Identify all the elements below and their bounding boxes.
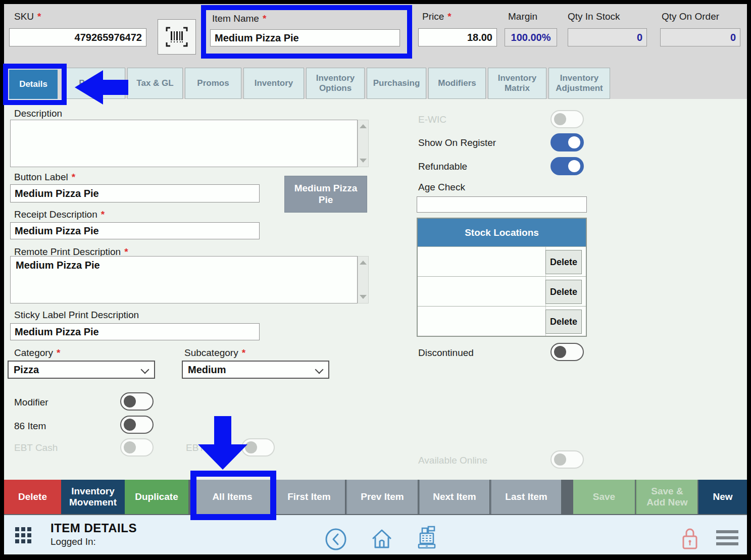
first-item-button[interactable]: First Item bbox=[272, 480, 345, 514]
save-button: Save bbox=[573, 480, 635, 514]
modifier-toggle[interactable] bbox=[120, 392, 154, 411]
86-item-label: 86 Item bbox=[14, 421, 46, 432]
item-details-screen: SKU* Item Name* Price* bbox=[0, 0, 751, 560]
e-wic-label: E-WIC bbox=[418, 114, 446, 125]
tab-details[interactable]: Details bbox=[9, 70, 58, 99]
stock-location-row: Delete bbox=[418, 306, 586, 336]
required-asterisk: * bbox=[57, 347, 60, 358]
stock-location-row: Delete bbox=[418, 246, 586, 276]
required-asterisk: * bbox=[72, 172, 75, 182]
tab-tax-gl[interactable]: Tax & GL bbox=[127, 68, 183, 99]
e-wic-toggle bbox=[550, 110, 584, 128]
required-asterisk: * bbox=[242, 347, 245, 358]
tab-pricing[interactable]: Pricing bbox=[62, 68, 125, 99]
sticky-label-print-description-input[interactable] bbox=[10, 323, 260, 340]
discontinued-toggle[interactable] bbox=[550, 343, 584, 361]
stock-location-cell[interactable] bbox=[418, 277, 546, 306]
description-scrollbar[interactable] bbox=[358, 120, 369, 167]
margin-label: Margin bbox=[508, 11, 537, 22]
ebt-food-label: EBT Food bbox=[186, 442, 229, 453]
receipt-description-input[interactable] bbox=[10, 222, 260, 239]
delete-stock-location-button[interactable]: Delete bbox=[545, 280, 582, 304]
chevron-down-icon bbox=[141, 366, 149, 374]
stock-locations-header: Stock Locations bbox=[418, 219, 586, 246]
inventory-movement-button[interactable]: Inventory Movement bbox=[61, 480, 125, 514]
duplicate-button[interactable]: Duplicate bbox=[125, 480, 188, 514]
available-online-label: Available Online bbox=[418, 455, 487, 466]
subcategory-label: Subcategory* bbox=[184, 347, 245, 359]
button-label-label: Button Label* bbox=[14, 172, 75, 183]
scroll-down-icon[interactable] bbox=[360, 295, 367, 299]
lock-icon bbox=[681, 527, 699, 550]
cash-register-icon bbox=[416, 525, 441, 550]
tab-modifiers[interactable]: Modifiers bbox=[428, 68, 486, 99]
qty-on-order-value: 0 bbox=[660, 28, 740, 46]
sticky-label-print-description-label: Sticky Label Print Description bbox=[14, 310, 139, 321]
apps-grid-icon[interactable] bbox=[15, 527, 32, 544]
prev-item-button[interactable]: Prev Item bbox=[346, 480, 418, 514]
remote-print-description-textarea[interactable]: Medium Pizza Pie bbox=[10, 256, 358, 303]
qty-in-stock-value: 0 bbox=[568, 28, 647, 46]
stock-location-cell[interactable] bbox=[418, 247, 546, 276]
description-label: Description bbox=[14, 108, 62, 119]
item-name-input[interactable] bbox=[210, 29, 400, 46]
next-item-button[interactable]: Next Item bbox=[419, 480, 489, 514]
show-on-register-label: Show On Register bbox=[418, 137, 496, 148]
remote-print-scrollbar[interactable] bbox=[358, 256, 369, 303]
back-button[interactable] bbox=[325, 528, 347, 550]
save-add-new-button: Save & Add New bbox=[636, 480, 697, 514]
tab-purchasing[interactable]: Purchasing bbox=[367, 68, 426, 99]
item-name-label: Item Name* bbox=[212, 13, 266, 24]
new-button[interactable]: New bbox=[698, 480, 747, 514]
ebt-food-toggle bbox=[241, 438, 275, 456]
register-button[interactable] bbox=[416, 525, 441, 550]
home-button[interactable] bbox=[370, 527, 393, 550]
barcode-scan-button[interactable] bbox=[158, 19, 196, 55]
show-on-register-toggle[interactable] bbox=[550, 133, 584, 151]
tab-inventory-matrix[interactable]: Inventory Matrix bbox=[488, 68, 546, 99]
stock-location-cell[interactable] bbox=[418, 307, 546, 336]
qty-on-order-label: Qty On Order bbox=[662, 11, 719, 22]
tab-promos[interactable]: Promos bbox=[185, 68, 241, 99]
price-input[interactable] bbox=[418, 28, 497, 46]
refundable-toggle[interactable] bbox=[550, 157, 584, 175]
description-textarea[interactable] bbox=[10, 120, 358, 167]
86-item-toggle[interactable] bbox=[120, 416, 154, 434]
tab-inventory[interactable]: Inventory bbox=[243, 68, 304, 99]
required-asterisk: * bbox=[124, 246, 128, 257]
scroll-up-icon[interactable] bbox=[360, 124, 367, 128]
logged-in-label: Logged In: bbox=[51, 536, 96, 547]
home-icon bbox=[370, 527, 393, 550]
register-button-preview: Medium Pizza Pie bbox=[284, 176, 367, 213]
barcode-icon bbox=[165, 26, 188, 47]
receipt-description-label: Receipt Description* bbox=[14, 209, 105, 220]
tab-inventory-options[interactable]: Inventory Options bbox=[306, 68, 365, 99]
ebt-cash-label: EBT Cash bbox=[14, 442, 58, 453]
required-asterisk: * bbox=[37, 11, 41, 22]
age-check-input[interactable] bbox=[417, 196, 587, 213]
tab-inventory-adjustment[interactable]: Inventory Adjustment bbox=[548, 68, 610, 99]
sku-input[interactable] bbox=[9, 28, 146, 46]
scroll-down-icon[interactable] bbox=[360, 159, 367, 163]
delete-stock-location-button[interactable]: Delete bbox=[545, 250, 582, 274]
qty-in-stock-label: Qty In Stock bbox=[568, 11, 620, 22]
all-items-button[interactable]: All Items bbox=[194, 480, 270, 514]
delete-stock-location-button[interactable]: Delete bbox=[545, 310, 582, 334]
subcategory-select[interactable]: Medium bbox=[182, 361, 329, 379]
price-label: Price* bbox=[422, 11, 452, 22]
category-select[interactable]: Pizza bbox=[8, 361, 155, 379]
last-item-button[interactable]: Last Item bbox=[490, 480, 561, 514]
stock-locations-table: Stock Locations Delete Delete Delete bbox=[417, 218, 587, 337]
sku-label: SKU* bbox=[14, 11, 41, 22]
stock-location-row: Delete bbox=[418, 276, 586, 306]
lock-button[interactable] bbox=[681, 527, 699, 550]
age-check-label: Age Check bbox=[418, 182, 465, 193]
delete-button[interactable]: Delete bbox=[4, 480, 61, 514]
available-online-toggle bbox=[550, 450, 584, 469]
required-asterisk: * bbox=[101, 209, 105, 220]
button-label-input[interactable] bbox=[10, 184, 260, 202]
page-title: ITEM DETAILS bbox=[51, 521, 137, 535]
hamburger-menu-icon[interactable] bbox=[716, 530, 738, 545]
scroll-up-icon[interactable] bbox=[360, 261, 367, 265]
ebt-cash-toggle bbox=[120, 438, 154, 456]
